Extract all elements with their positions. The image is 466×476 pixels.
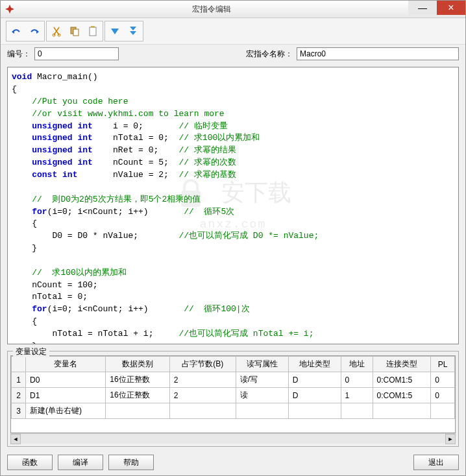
cell[interactable]: 读/写 (236, 372, 288, 388)
step-down-button[interactable] (106, 23, 123, 40)
name-input[interactable] (297, 47, 459, 60)
exit-button[interactable]: 退出 (413, 455, 459, 470)
cell[interactable]: 16位正整数 (106, 372, 170, 388)
cell[interactable]: 1 (341, 388, 373, 403)
cell[interactable]: 2 (169, 388, 236, 403)
app-icon (5, 4, 15, 14)
function-button[interactable]: 函数 (7, 455, 53, 470)
copy-button[interactable] (66, 23, 83, 40)
cell[interactable]: 0:COM1:5 (373, 372, 431, 388)
horizontal-scrollbar[interactable]: ◄ ► (10, 433, 456, 444)
table-row[interactable]: 3新建(单击右键) (12, 403, 455, 419)
table-row[interactable]: 1D016位正整数2读/写D00:COM1:50 (12, 372, 455, 388)
code-line: unsigned int nCount = 5; // 求幂的次数 (12, 157, 454, 169)
compile-button[interactable]: 编译 (58, 455, 103, 470)
code-line: nTotal = nTotal + i; //也可以简化写成 nTotal +=… (12, 328, 454, 340)
cell[interactable] (288, 403, 341, 419)
svg-marker-0 (5, 5, 14, 14)
code-line: } (12, 340, 454, 344)
code-line: for(i=0; i<nCount; i++) // 循环100|次 (12, 303, 454, 316)
code-line: D0 = D0 * nValue; //也可以简化写成 D0 *= nValue… (12, 230, 454, 243)
scroll-left-arrow-icon[interactable]: ◄ (10, 434, 21, 444)
column-header[interactable]: 变量名 (26, 357, 106, 372)
cell[interactable]: D1 (26, 388, 106, 403)
column-header[interactable]: 读写属性 (236, 357, 288, 372)
cell[interactable]: 新建(单击右键) (26, 403, 106, 419)
cell[interactable]: 0 (341, 372, 373, 388)
cell[interactable] (431, 403, 455, 419)
code-editor[interactable]: 安下载 anxz.com void Macro_main(){ //Put yo… (7, 67, 459, 344)
cell[interactable] (373, 403, 431, 419)
cut-button[interactable] (48, 23, 65, 40)
column-header[interactable]: 连接类型 (373, 357, 431, 372)
undo-button[interactable] (8, 23, 25, 40)
cell[interactable]: 0 (431, 388, 455, 403)
toolbar-group-1 (6, 21, 45, 42)
code-line: nCount = 100; (12, 280, 454, 292)
variable-panel-legend: 变量设定 (13, 346, 49, 357)
double-chevron-down-icon (127, 25, 139, 37)
column-header[interactable]: PL (431, 357, 455, 372)
cell[interactable]: 16位正整数 (106, 388, 170, 403)
cell[interactable] (106, 403, 170, 419)
column-header[interactable]: 占字节数(B) (169, 357, 236, 372)
cell[interactable]: 0:COM1:5 (373, 388, 431, 403)
chevron-down-icon (109, 25, 121, 37)
paste-button[interactable] (84, 23, 101, 40)
code-line: void Macro_main() (12, 71, 454, 84)
code-line: for(i=0; i<nCount; i++) // 循环5次 (12, 206, 454, 219)
step-all-button[interactable] (125, 23, 141, 40)
scroll-right-arrow-icon[interactable]: ► (445, 434, 456, 444)
code-line: // 求100以内的累加和 (12, 267, 454, 280)
row-number[interactable]: 1 (12, 372, 26, 388)
variable-grid[interactable]: 变量名数据类别占字节数(B)读写属性地址类型地址连接类型PL1D016位正整数2… (11, 356, 455, 419)
window-title: 宏指令编辑 (15, 4, 408, 15)
code-line: unsigned int nTotal = 0; // 求100以内累加和 (12, 132, 454, 145)
cell[interactable] (341, 403, 373, 419)
cell[interactable] (236, 403, 288, 419)
cut-icon (51, 25, 62, 37)
paste-icon (87, 25, 99, 37)
cell[interactable]: 2 (169, 372, 236, 388)
variable-grid-wrap: 变量名数据类别占字节数(B)读写属性地址类型地址连接类型PL1D016位正整数2… (10, 355, 456, 433)
number-input[interactable] (34, 47, 119, 60)
minimize-button[interactable]: — (408, 1, 437, 15)
undo-icon (10, 25, 22, 37)
help-button[interactable]: 帮助 (108, 455, 154, 470)
toolbar (1, 18, 465, 45)
column-header[interactable]: 数据类别 (106, 357, 170, 372)
macro-editor-window: 宏指令编辑 — × 编号： 宏指令名称： 安下载 anxz.c (0, 0, 466, 476)
svg-rect-7 (90, 27, 96, 36)
svg-marker-9 (111, 29, 119, 34)
cell[interactable]: 0 (431, 372, 455, 388)
bottom-bar: 函数 编译 帮助 退出 (1, 449, 465, 475)
field-row: 编号： 宏指令名称： (1, 45, 465, 63)
titlebar-buttons: — × (408, 1, 465, 18)
redo-button[interactable] (26, 23, 43, 40)
code-line: unsigned int i = 0; // 临时变量 (12, 121, 454, 133)
toolbar-group-2 (46, 21, 103, 42)
svg-marker-11 (130, 31, 136, 35)
cell[interactable] (169, 403, 236, 419)
table-row[interactable]: 2D116位正整数2读D10:COM1:50 (12, 388, 455, 403)
cell[interactable]: D0 (26, 372, 106, 388)
cell[interactable]: 读 (236, 388, 288, 403)
code-line: { (12, 84, 454, 96)
code-line (12, 182, 454, 194)
close-button[interactable]: × (437, 1, 465, 15)
name-label: 宏指令名称： (246, 49, 293, 60)
code-line: { (12, 316, 454, 328)
redo-icon (29, 25, 40, 37)
row-number[interactable]: 2 (12, 388, 26, 403)
code-line: const int nValue = 2; // 求幂的基数 (12, 169, 454, 182)
code-line: //or visit www.ykhmi.com to learn more (12, 108, 454, 121)
code-line: // 则D0为2的5次方结果，即5个2相乘的值 (12, 194, 454, 206)
column-header[interactable] (12, 357, 26, 372)
cell[interactable]: D (288, 372, 341, 388)
row-number[interactable]: 3 (12, 403, 26, 419)
column-header[interactable]: 地址类型 (288, 357, 341, 372)
column-header[interactable]: 地址 (341, 357, 373, 372)
cell[interactable]: D (288, 388, 341, 403)
code-line: } (12, 243, 454, 255)
number-label: 编号： (7, 49, 31, 60)
